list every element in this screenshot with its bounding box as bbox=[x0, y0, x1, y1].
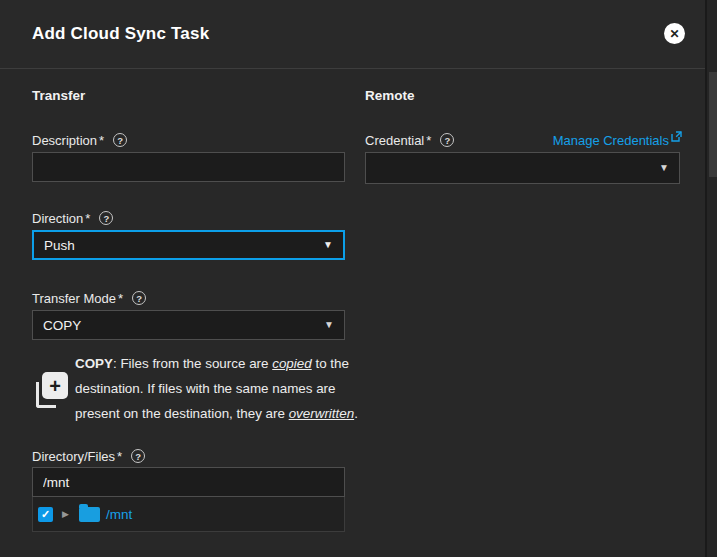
copy-add-icon: + bbox=[36, 372, 68, 410]
scrollbar-thumb[interactable] bbox=[709, 72, 717, 177]
copy-info-line3: present on the destination, they are ove… bbox=[75, 401, 345, 426]
tree-node-checkbox[interactable]: ✓ bbox=[38, 507, 53, 522]
caret-down-icon: ▼ bbox=[324, 320, 334, 330]
checkmark-icon: ✓ bbox=[41, 509, 50, 520]
help-icon[interactable]: ? bbox=[99, 211, 113, 225]
directory-files-label: Directory/Files bbox=[32, 449, 115, 464]
manage-credentials-label: Manage Credentials bbox=[553, 133, 669, 148]
description-label: Description bbox=[32, 133, 97, 148]
directory-tree: ✓ ▶ /mnt bbox=[32, 497, 345, 532]
required-asterisk: * bbox=[118, 291, 123, 306]
question-mark-glyph: ? bbox=[103, 213, 109, 224]
copy-info-text: COPY: Files from the source are copied t… bbox=[75, 351, 345, 426]
direction-label: Direction bbox=[32, 211, 83, 226]
directory-files-label-row: Directory/Files* ? bbox=[32, 448, 145, 464]
manage-credentials-link[interactable]: Manage Credentials bbox=[365, 133, 682, 148]
copy-info-emphasis: overwritten bbox=[289, 406, 355, 421]
caret-down-icon: ▼ bbox=[659, 163, 669, 173]
close-button[interactable]: ✕ bbox=[664, 23, 685, 44]
description-label-row: Description* ? bbox=[32, 132, 127, 148]
directory-files-input[interactable] bbox=[32, 467, 345, 497]
transfer-mode-label: Transfer Mode bbox=[32, 291, 116, 306]
section-title-remote: Remote bbox=[365, 88, 415, 103]
dialog-header: Add Cloud Sync Task bbox=[0, 0, 705, 69]
scrollbar-track[interactable] bbox=[705, 0, 717, 557]
tree-node-label[interactable]: /mnt bbox=[106, 507, 132, 522]
question-mark-glyph: ? bbox=[117, 135, 123, 146]
close-icon: ✕ bbox=[669, 28, 679, 40]
direction-select[interactable]: Push ▼ bbox=[32, 230, 345, 260]
transfer-mode-info: + COPY: Files from the source are copied… bbox=[32, 351, 345, 426]
copy-term: COPY bbox=[75, 356, 113, 371]
description-input[interactable] bbox=[32, 152, 345, 182]
question-mark-glyph: ? bbox=[136, 293, 142, 304]
help-icon[interactable]: ? bbox=[113, 133, 127, 147]
section-title-transfer: Transfer bbox=[32, 88, 85, 103]
help-icon[interactable]: ? bbox=[131, 449, 145, 463]
question-mark-glyph: ? bbox=[135, 451, 141, 462]
direction-value: Push bbox=[44, 238, 75, 253]
copy-info-text-segment: present on the destination, they are bbox=[75, 406, 289, 421]
required-asterisk: * bbox=[85, 211, 90, 226]
direction-label-row: Direction* ? bbox=[32, 210, 113, 226]
required-asterisk: * bbox=[99, 133, 104, 148]
copy-info-text-segment: . bbox=[354, 406, 358, 421]
credential-select[interactable]: ▼ bbox=[365, 152, 680, 184]
copy-info-emphasis: copied bbox=[272, 356, 311, 371]
tree-expander-icon[interactable]: ▶ bbox=[62, 510, 69, 519]
transfer-mode-select[interactable]: COPY ▼ bbox=[32, 310, 345, 340]
dialog-title: Add Cloud Sync Task bbox=[32, 24, 209, 44]
copy-info-text-segment: : Files from the source are bbox=[113, 356, 272, 371]
folder-icon bbox=[79, 507, 100, 522]
copy-info-line1: COPY: Files from the source are copied t… bbox=[75, 351, 345, 376]
help-icon[interactable]: ? bbox=[132, 291, 146, 305]
copy-icon-front-sheet: + bbox=[42, 372, 68, 399]
copy-info-text-segment: to the bbox=[312, 356, 349, 371]
transfer-mode-value: COPY bbox=[43, 318, 81, 333]
external-link-icon bbox=[671, 131, 682, 142]
copy-info-line2: destination. If files with the same name… bbox=[75, 376, 345, 401]
plus-glyph: + bbox=[49, 376, 61, 396]
transfer-mode-label-row: Transfer Mode* ? bbox=[32, 290, 146, 306]
caret-down-icon: ▼ bbox=[323, 240, 333, 250]
required-asterisk: * bbox=[117, 449, 122, 464]
